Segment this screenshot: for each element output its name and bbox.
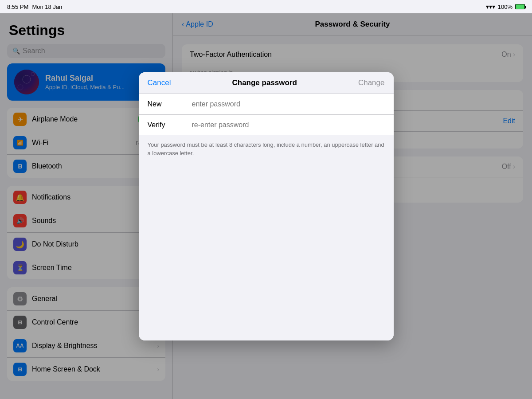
time: 8:55 PM xyxy=(7,4,28,10)
new-label: New xyxy=(148,100,183,108)
modal-header: Cancel Change password Change xyxy=(139,72,394,94)
cancel-button[interactable]: Cancel xyxy=(148,78,171,87)
verify-password-field: Verify xyxy=(139,115,394,135)
modal-title: Change password xyxy=(232,78,297,87)
modal-spacer xyxy=(139,163,394,340)
battery-icon xyxy=(515,4,525,9)
status-bar: 8:55 PM Mon 18 Jan ▾▾▾ 100% xyxy=(0,0,532,13)
verify-label: Verify xyxy=(148,121,183,129)
date: Mon 18 Jan xyxy=(32,4,62,10)
status-bar-right: ▾▾▾ 100% xyxy=(486,3,525,10)
change-button[interactable]: Change xyxy=(358,78,385,87)
status-bar-left: 8:55 PM Mon 18 Jan xyxy=(7,4,62,10)
battery-percent: 100% xyxy=(498,4,512,10)
change-password-modal: Cancel Change password Change New Verify… xyxy=(139,72,394,340)
new-password-input[interactable] xyxy=(192,100,385,108)
modal-body: New Verify xyxy=(139,94,394,135)
wifi-icon: ▾▾▾ xyxy=(486,3,495,10)
new-password-field: New xyxy=(139,94,394,115)
verify-password-input[interactable] xyxy=(192,121,385,129)
modal-overlay: Cancel Change password Change New Verify… xyxy=(0,13,532,399)
modal-hint: Your password must be at least 8 charact… xyxy=(139,135,394,163)
